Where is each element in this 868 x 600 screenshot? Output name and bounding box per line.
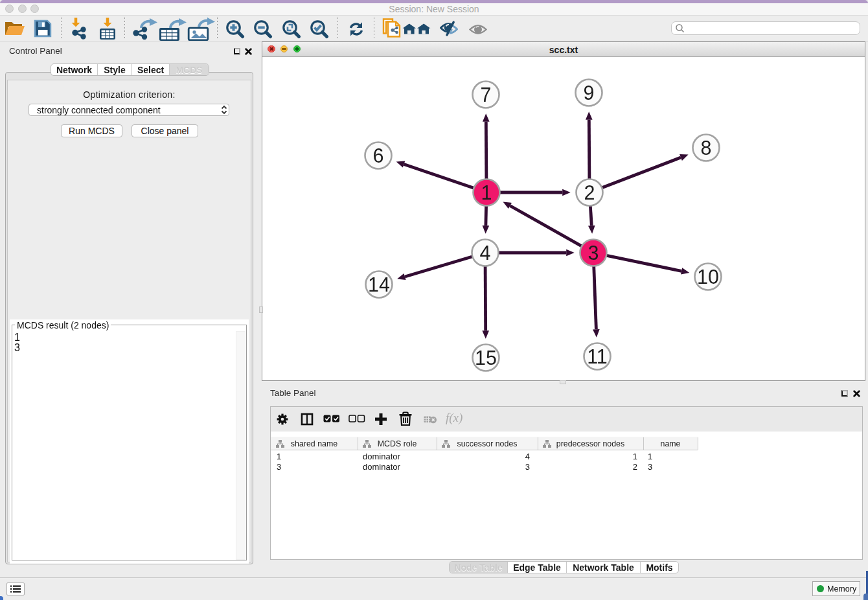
svg-text:11: 11 (587, 345, 608, 367)
svg-text:3: 3 (588, 242, 599, 264)
svg-text:7: 7 (481, 84, 492, 106)
svg-text:15: 15 (475, 347, 497, 369)
svg-text:8: 8 (701, 137, 712, 159)
svg-text:6: 6 (373, 144, 384, 167)
svg-text:10: 10 (697, 266, 719, 288)
svg-text:9: 9 (584, 82, 595, 104)
svg-text:4: 4 (480, 242, 491, 264)
svg-text:2: 2 (584, 181, 595, 203)
svg-text:1: 1 (481, 181, 492, 203)
svg-text:14: 14 (368, 273, 390, 295)
